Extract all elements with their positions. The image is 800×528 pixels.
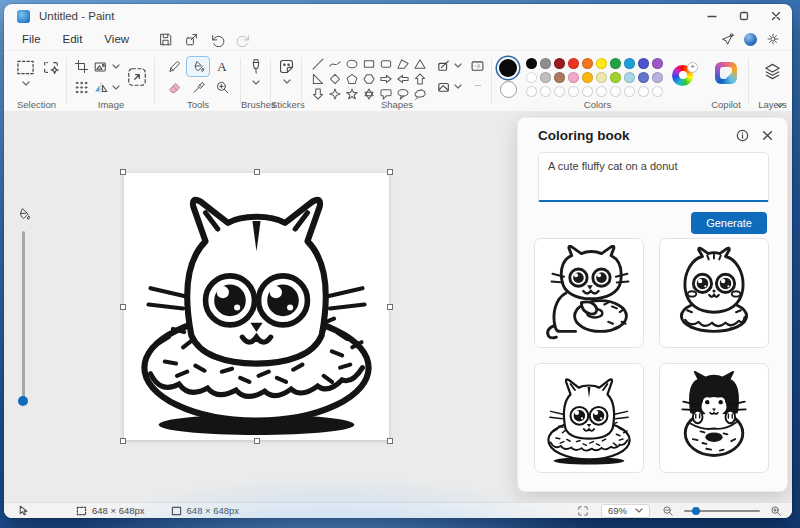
- shape-polygon[interactable]: [397, 58, 409, 70]
- shapes-flyout-icon[interactable]: [470, 59, 485, 73]
- zoom-slider[interactable]: [684, 510, 760, 512]
- empty-color-slot[interactable]: [582, 86, 593, 97]
- resize-handle-se[interactable]: [387, 438, 393, 444]
- menu-edit[interactable]: Edit: [54, 31, 92, 47]
- flip-control[interactable]: [93, 81, 120, 95]
- prompt-input[interactable]: A cute fluffy cat on a donut: [538, 152, 769, 202]
- shape-triangle[interactable]: [414, 58, 426, 70]
- shape-diamond[interactable]: [329, 73, 341, 85]
- settings-gear-icon[interactable]: [766, 32, 780, 46]
- slider-track[interactable]: [22, 231, 25, 401]
- copilot-button[interactable]: [715, 62, 737, 84]
- selection-options-chevron[interactable]: [22, 81, 30, 86]
- shape-right-triangle[interactable]: [312, 73, 324, 85]
- shape-outline-control[interactable]: [437, 59, 462, 72]
- shape-curve[interactable]: [329, 58, 341, 70]
- undo-button[interactable]: [204, 32, 230, 47]
- rotate-image-control[interactable]: [93, 60, 120, 74]
- canvas[interactable]: [124, 173, 389, 440]
- canvas-resize-icon[interactable]: [126, 66, 148, 88]
- empty-color-slot[interactable]: [540, 86, 551, 97]
- resize-skew-icon[interactable]: [74, 80, 89, 95]
- color-swatch[interactable]: [652, 72, 663, 83]
- magnifier-tool-icon[interactable]: [215, 80, 230, 95]
- menu-view[interactable]: View: [95, 31, 138, 47]
- redo-button[interactable]: [230, 32, 256, 47]
- eraser-tool-icon[interactable]: [167, 80, 182, 95]
- pencil-tool-icon[interactable]: [167, 59, 182, 74]
- shape-rectangle[interactable]: [363, 58, 375, 70]
- brushes-chevron[interactable]: [252, 80, 260, 85]
- color-swatch[interactable]: [624, 72, 635, 83]
- resize-handle-s[interactable]: [254, 438, 260, 444]
- shape-rounded-rectangle[interactable]: [380, 58, 392, 70]
- resize-handle-n[interactable]: [254, 169, 260, 175]
- color-2-swatch[interactable]: [500, 81, 517, 98]
- shape-cloud-callout[interactable]: [414, 88, 426, 100]
- color-swatch[interactable]: [540, 58, 551, 69]
- color-swatch[interactable]: [540, 72, 551, 83]
- resize-handle-ne[interactable]: [387, 169, 393, 175]
- slider-thumb[interactable]: [18, 396, 28, 406]
- text-tool-icon[interactable]: A: [217, 59, 226, 75]
- shape-rounded-callout[interactable]: [380, 88, 392, 100]
- thumbnail-cat-head-in-donut[interactable]: [534, 363, 644, 473]
- shape-hexagon[interactable]: [363, 73, 375, 85]
- crop-icon[interactable]: [74, 59, 89, 74]
- color-swatch[interactable]: [568, 72, 579, 83]
- color-swatch[interactable]: [582, 72, 593, 83]
- shape-line[interactable]: [312, 58, 324, 70]
- color-swatch[interactable]: [596, 72, 607, 83]
- stickers-chevron[interactable]: [283, 79, 291, 84]
- color-swatch[interactable]: [624, 58, 635, 69]
- color-swatch[interactable]: [596, 58, 607, 69]
- thumbnail-cat-hugging-donut[interactable]: [534, 238, 644, 348]
- brushes-icon[interactable]: [248, 58, 264, 76]
- remove-background-icon[interactable]: [42, 59, 60, 76]
- empty-color-slot[interactable]: [652, 86, 663, 97]
- send-feedback-icon[interactable]: [719, 32, 735, 47]
- resize-handle-w[interactable]: [120, 304, 126, 310]
- close-button[interactable]: [760, 4, 792, 28]
- zoom-level-dropdown[interactable]: 69%: [601, 504, 650, 518]
- shape-arrow-right[interactable]: [380, 73, 392, 85]
- shape-arrow-down[interactable]: [312, 88, 324, 100]
- empty-color-slot[interactable]: [624, 86, 635, 97]
- shape-six-point-star[interactable]: [363, 88, 375, 100]
- empty-color-slot[interactable]: [554, 86, 565, 97]
- shape-ellipse[interactable]: [346, 58, 358, 70]
- resize-handle-sw[interactable]: [120, 438, 126, 444]
- ribbon-collapse-chevron[interactable]: [776, 103, 784, 108]
- shape-arrow-up[interactable]: [414, 73, 426, 85]
- color-1-swatch[interactable]: [499, 59, 517, 77]
- color-swatch[interactable]: [638, 58, 649, 69]
- color-swatch[interactable]: [652, 58, 663, 69]
- color-swatch[interactable]: [610, 72, 621, 83]
- empty-color-slot[interactable]: [638, 86, 649, 97]
- panel-close-icon[interactable]: [762, 130, 773, 141]
- account-avatar[interactable]: [744, 33, 757, 46]
- shape-four-point-star[interactable]: [329, 88, 341, 100]
- color-swatch[interactable]: [554, 72, 565, 83]
- fit-to-window-icon[interactable]: [577, 505, 589, 517]
- shape-pentagon[interactable]: [346, 73, 358, 85]
- menu-file[interactable]: File: [13, 31, 50, 47]
- empty-color-slot[interactable]: [568, 86, 579, 97]
- zoom-out-button[interactable]: [662, 505, 674, 517]
- color-swatch[interactable]: [638, 72, 649, 83]
- minimize-button[interactable]: [696, 4, 728, 28]
- shape-arrow-left[interactable]: [397, 73, 409, 85]
- fill-tool-selected[interactable]: [186, 56, 210, 77]
- maximize-button[interactable]: [728, 4, 760, 28]
- generate-button[interactable]: Generate: [691, 212, 767, 234]
- color-picker-icon[interactable]: [191, 80, 206, 95]
- resize-handle-e[interactable]: [387, 304, 393, 310]
- zoom-in-button[interactable]: [770, 505, 782, 517]
- color-swatch[interactable]: [554, 58, 565, 69]
- layers-button[interactable]: [763, 62, 782, 81]
- zoom-slider-thumb[interactable]: [692, 507, 700, 515]
- info-icon[interactable]: [736, 129, 749, 142]
- shapes-more-chevron[interactable]: [474, 83, 482, 88]
- thumbnail-black-cat-behind-donut[interactable]: [659, 363, 769, 473]
- rectangle-select-icon[interactable]: [16, 59, 35, 76]
